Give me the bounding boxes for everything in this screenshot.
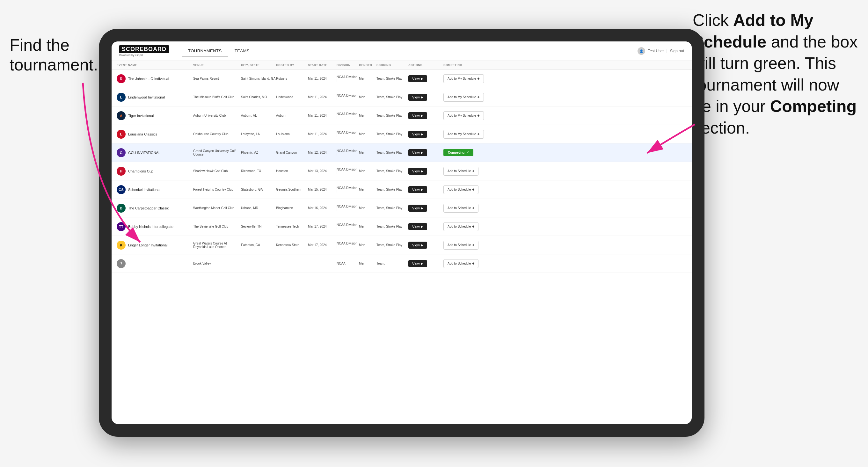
- col-division: DIVISION: [337, 63, 359, 67]
- view-button[interactable]: View ▶: [408, 186, 427, 193]
- actions-cell: View ▶: [408, 131, 443, 138]
- view-button[interactable]: View ▶: [408, 242, 427, 249]
- start-date-cell: Mar 11, 2024: [308, 114, 337, 117]
- add-to-schedule-button[interactable]: Add to Schedule +: [443, 204, 478, 213]
- tablet-screen: SCOREBOARD Powered by clippd TOURNAMENTS…: [112, 41, 692, 424]
- tab-teams[interactable]: TEAMS: [228, 46, 256, 56]
- division-cell: NCAA Division I: [337, 149, 359, 156]
- venue-cell: Oakbourne Country Club: [193, 132, 241, 136]
- gender-cell: Men: [359, 169, 376, 173]
- top-bar-right: 👤 Test User | Sign out: [638, 47, 684, 55]
- competing-cell: Add to Schedule +: [443, 241, 687, 250]
- view-button[interactable]: View ▶: [408, 223, 427, 230]
- city-state-cell: Sevierville, TN: [241, 225, 276, 228]
- sign-out-link[interactable]: Sign out: [670, 49, 684, 53]
- table-row: LLindenwood InvitationalThe Missouri Blu…: [112, 88, 692, 106]
- gender-cell: Men: [359, 77, 376, 80]
- start-date-cell: Mar 16, 2024: [308, 206, 337, 210]
- add-to-schedule-button[interactable]: Add to My Schedule +: [443, 74, 484, 83]
- competing-button[interactable]: Competing ✓: [443, 149, 473, 156]
- start-date-cell: Mar 17, 2024: [308, 225, 337, 228]
- division-cell: NCAA Division I: [337, 168, 359, 175]
- actions-cell: View ▶: [408, 205, 443, 212]
- view-button[interactable]: View ▶: [408, 205, 427, 212]
- scoring-cell: Team,: [376, 262, 408, 265]
- city-state-cell: Eatonton, GA: [241, 243, 276, 247]
- app-logo-sub: Powered by clippd: [119, 54, 169, 57]
- start-date-cell: Mar 11, 2024: [308, 77, 337, 80]
- col-city-state: CITY, STATE: [241, 63, 276, 67]
- table-row: RThe Johnnie - O IndividualSea Palms Res…: [112, 69, 692, 88]
- hosted-by-cell: Tennessee Tech: [276, 225, 308, 228]
- scoring-cell: Team, Stroke Play: [376, 169, 408, 173]
- col-start-date: START DATE: [308, 63, 337, 67]
- gender-cell: Men: [359, 114, 376, 117]
- city-state-cell: Richmond, TX: [241, 169, 276, 173]
- add-to-schedule-button[interactable]: Add to Schedule +: [443, 167, 478, 176]
- city-state-cell: Statesboro, GA: [241, 188, 276, 191]
- city-state-cell: Auburn, AL: [241, 114, 276, 117]
- hosted-by-cell: Auburn: [276, 114, 308, 117]
- scoring-cell: Team, Stroke Play: [376, 151, 408, 154]
- venue-cell: Great Waters Course At Reynolds Lake Oco…: [193, 242, 241, 249]
- add-to-schedule-button[interactable]: Add to Schedule +: [443, 259, 478, 268]
- view-button[interactable]: View ▶: [408, 112, 427, 119]
- gender-cell: Men: [359, 206, 376, 210]
- gender-cell: Men: [359, 188, 376, 191]
- gender-cell: Men: [359, 95, 376, 99]
- scoring-cell: Team, Stroke Play: [376, 114, 408, 117]
- col-scoring: SCORING: [376, 63, 408, 67]
- app-logo: SCOREBOARD: [119, 45, 169, 53]
- view-button[interactable]: View ▶: [408, 94, 427, 101]
- hosted-by-cell: Georgia Southern: [276, 188, 308, 191]
- gender-cell: Men: [359, 262, 376, 265]
- division-cell: NCAA: [337, 262, 359, 265]
- table-row: ?Brook ValleyNCAAMenTeam,View ▶Add to Sc…: [112, 254, 692, 273]
- hosted-by-cell: Rutgers: [276, 77, 308, 80]
- city-state-cell: Lafayette, LA: [241, 132, 276, 136]
- hosted-by-cell: Lindenwood: [276, 95, 308, 99]
- nav-tabs: TOURNAMENTS TEAMS: [182, 46, 256, 56]
- add-to-schedule-button[interactable]: Add to Schedule +: [443, 222, 478, 231]
- view-button[interactable]: View ▶: [408, 131, 427, 138]
- division-cell: NCAA Division I: [337, 186, 359, 193]
- add-to-schedule-button[interactable]: Add to Schedule +: [443, 241, 478, 250]
- view-button[interactable]: View ▶: [408, 75, 427, 82]
- event-name-cell: ?: [117, 259, 193, 268]
- view-button[interactable]: View ▶: [408, 260, 427, 267]
- col-hosted-by: HOSTED BY: [276, 63, 308, 67]
- venue-cell: Worthington Manor Golf Club: [193, 206, 241, 210]
- view-button[interactable]: View ▶: [408, 168, 427, 175]
- competing-cell: Add to Schedule +: [443, 204, 687, 213]
- actions-cell: View ▶: [408, 168, 443, 175]
- col-competing: COMPETING: [443, 63, 687, 67]
- user-name: Test User: [648, 49, 664, 53]
- table-row: TTBobby Nichols IntercollegiateThe Sevie…: [112, 217, 692, 236]
- actions-cell: View ▶: [408, 242, 443, 249]
- hosted-by-cell: Louisiana: [276, 132, 308, 136]
- venue-cell: Shadow Hawk Golf Club: [193, 169, 241, 173]
- add-to-schedule-button[interactable]: Add to Schedule +: [443, 185, 478, 194]
- scoring-cell: Team, Stroke Play: [376, 225, 408, 228]
- add-to-schedule-button[interactable]: Add to My Schedule +: [443, 130, 484, 139]
- right-arrow: [590, 105, 698, 169]
- division-cell: NCAA Division I: [337, 205, 359, 212]
- city-state-cell: Saint Charles, MO: [241, 95, 276, 99]
- venue-cell: Brook Valley: [193, 262, 241, 265]
- add-to-schedule-button[interactable]: Add to My Schedule +: [443, 111, 484, 120]
- table-header: EVENT NAME VENUE CITY, STATE HOSTED BY S…: [112, 61, 692, 69]
- team-logo: ?: [117, 259, 126, 268]
- start-date-cell: Mar 15, 2024: [308, 188, 337, 191]
- scoring-cell: Team, Stroke Play: [376, 77, 408, 80]
- venue-cell: The Sevierville Golf Club: [193, 225, 241, 228]
- competing-cell: Add to My Schedule +: [443, 74, 687, 83]
- division-cell: NCAA Division I: [337, 242, 359, 249]
- scoring-cell: Team, Stroke Play: [376, 95, 408, 99]
- actions-cell: View ▶: [408, 186, 443, 193]
- table-row: BThe Carpetbagger ClassicWorthington Man…: [112, 199, 692, 217]
- add-to-schedule-button[interactable]: Add to My Schedule +: [443, 93, 484, 102]
- actions-cell: View ▶: [408, 223, 443, 230]
- view-button[interactable]: View ▶: [408, 149, 427, 156]
- table-row: GSSchenkel InvitationalForest Heights Co…: [112, 180, 692, 199]
- tab-tournaments[interactable]: TOURNAMENTS: [182, 46, 228, 56]
